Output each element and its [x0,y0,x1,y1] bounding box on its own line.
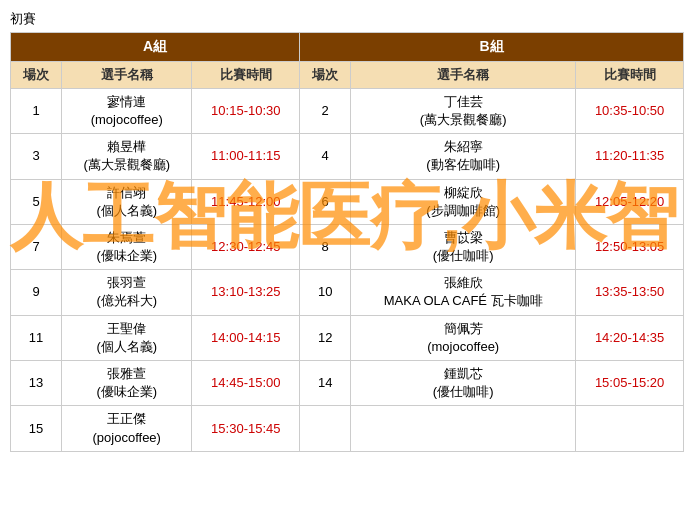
col-b-player: 選手名稱 [351,61,576,88]
schedule-table: A組 B組 場次 選手名稱 比賽時間 場次 選手名稱 比賽時間 1寥情連 (mo… [10,32,684,452]
group-b-header: B組 [300,33,684,62]
col-a-time: 比賽時間 [192,61,300,88]
table-row: 5許信翊 (個人名義)11:45-12:006柳綻欣 (步調咖啡館)12:05-… [11,179,684,224]
col-b-time: 比賽時間 [576,61,684,88]
table-row: 7朱焉萱 (優味企業)12:30-12:458曹苡梁 (優仕咖啡)12:50-1… [11,224,684,269]
table-row: 13張雅萱 (優味企業)14:45-15:0014鍾凱芯 (優仕咖啡)15:05… [11,361,684,406]
table-row: 1寥情連 (mojocoffee)10:15-10:302丁佳芸 (萬大景觀餐廳… [11,88,684,133]
col-a-player: 選手名稱 [62,61,192,88]
table-row: 15王正傑 (pojocoffee)15:30-15:45 [11,406,684,451]
page-title: 初賽 [10,10,684,28]
col-a-match: 場次 [11,61,62,88]
table-row: 3賴昱樺 (萬大景觀餐廳)11:00-11:154朱紹寧 (動客佐咖啡)11:2… [11,134,684,179]
table-row: 9張羽萱 (億光科大)13:10-13:2510張維欣 MAKA OLA CAF… [11,270,684,315]
group-a-header: A組 [11,33,300,62]
table-row: 11王聖偉 (個人名義)14:00-14:1512簡佩芳 (mojocoffee… [11,315,684,360]
col-b-match: 場次 [300,61,351,88]
